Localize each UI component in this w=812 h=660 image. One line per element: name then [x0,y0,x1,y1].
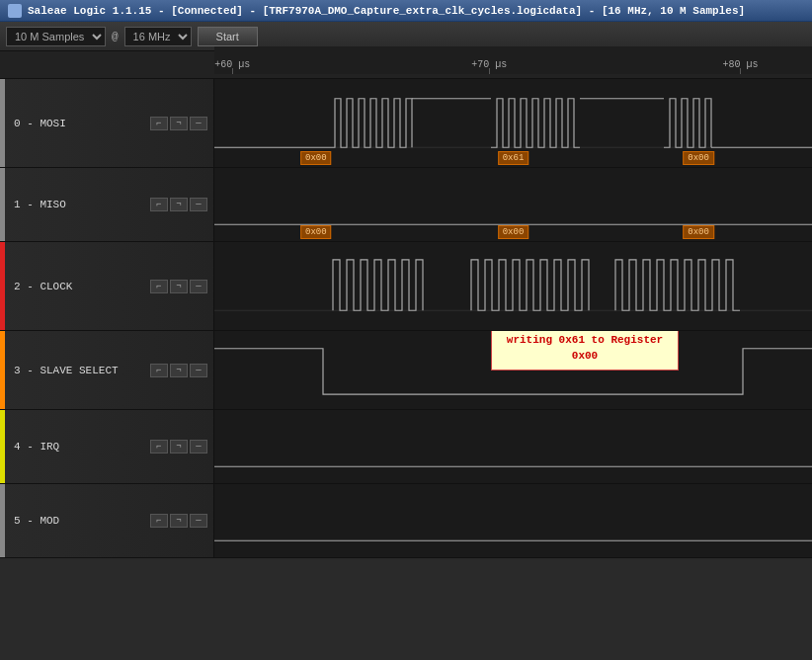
irq-minus-btn[interactable]: — [190,440,207,454]
title-bar: Saleae Logic 1.1.15 - [Connected] - [TRF… [0,0,812,22]
clock-color-bar [0,242,5,330]
slave-fall-btn[interactable]: ¬ [170,364,188,377]
mosi-fall-btn[interactable]: ¬ [170,117,188,130]
miso-name: 1 - MISO [14,199,146,210]
callout-text: "Dummy Clock" Cycles afterwriting 0x61 t… [500,331,670,362]
callout-box: "Dummy Clock" Cycles afterwriting 0x61 t… [491,331,679,371]
mod-name: 5 - MOD [14,515,146,527]
miso-controls: ⌐ ¬ — [150,198,207,211]
clock-rise-btn[interactable]: ⌐ [150,280,168,293]
mosi-rise-btn[interactable]: ⌐ [150,117,168,130]
timeline-header: +60 µs +70 µs +80 µs [0,51,812,79]
mosi-badge-3: 0x00 [683,151,714,165]
mosi-minus-btn[interactable]: — [190,117,207,130]
slave-color-bar [0,331,5,409]
miso-waveform: 0x00 0x00 0x00 [214,168,812,241]
mod-waveform [214,484,812,557]
clock-minus-btn[interactable]: — [190,280,207,293]
irq-color-bar [0,410,5,483]
miso-badge-3: 0x00 [683,225,714,239]
miso-minus-btn[interactable]: — [190,198,207,211]
irq-name: 4 - IRQ [14,441,146,453]
slave-waveform: "Dummy Clock" Cycles afterwriting 0x61 t… [214,331,812,409]
channel-label-slave: 3 - SLAVE SELECT ⌐ ¬ — [0,331,214,409]
miso-rise-btn[interactable]: ⌐ [150,198,168,211]
miso-badge-1: 0x00 [300,225,332,239]
clock-waveform [214,242,812,330]
channel-row-clock: 2 - CLOCK ⌐ ¬ — [0,242,812,331]
mosi-controls: ⌐ ¬ — [150,117,207,130]
miso-fall-btn[interactable]: ¬ [170,198,188,211]
channel-label-clock: 2 - CLOCK ⌐ ¬ — [0,242,214,330]
mod-controls: ⌐ ¬ — [150,514,207,528]
samples-select[interactable]: 10 M Samples [6,27,106,46]
channel-row-mod: 5 - MOD ⌐ ¬ — [0,484,812,558]
mosi-color-bar [0,79,5,167]
irq-fall-btn[interactable]: ¬ [170,440,188,454]
channel-label-irq: 4 - IRQ ⌐ ¬ — [0,410,214,483]
mosi-waveform: 0x00 0x61 0x00 [214,79,812,167]
clock-name: 2 - CLOCK [14,281,146,292]
clock-controls: ⌐ ¬ — [150,280,207,293]
slave-minus-btn[interactable]: — [190,364,207,377]
channel-label-miso: 1 - MISO ⌐ ¬ — [0,168,214,241]
app-icon [8,4,22,18]
mod-rise-btn[interactable]: ⌐ [150,514,168,528]
freq-select[interactable]: 16 MHz [124,27,192,46]
channel-label-mod: 5 - MOD ⌐ ¬ — [0,484,214,557]
mod-fall-btn[interactable]: ¬ [170,514,188,528]
slave-rise-btn[interactable]: ⌐ [150,364,168,377]
slave-controls: ⌐ ¬ — [150,364,207,377]
mosi-name: 0 - MOSI [14,118,146,129]
irq-controls: ⌐ ¬ — [150,440,207,454]
mosi-badge-2: 0x61 [498,151,529,165]
mod-color-bar [0,484,5,557]
slave-name: 3 - SLAVE SELECT [14,365,146,376]
channel-row-mosi: 0 - MOSI ⌐ ¬ — [0,79,812,168]
channel-label-mosi: 0 - MOSI ⌐ ¬ — [0,79,214,167]
clock-fall-btn[interactable]: ¬ [170,280,188,293]
channel-row-slave-select: 3 - SLAVE SELECT ⌐ ¬ — "Dummy Clock" Cyc… [0,331,812,410]
mod-minus-btn[interactable]: — [190,514,207,528]
irq-rise-btn[interactable]: ⌐ [150,440,168,454]
miso-color-bar [0,168,5,241]
miso-badge-2: 0x00 [498,225,529,239]
mosi-badge-1: 0x00 [300,151,332,165]
at-label: @ [112,31,119,42]
timeline-track: +60 µs +70 µs +80 µs [214,46,812,74]
title-text: Saleae Logic 1.1.15 - [Connected] - [TRF… [28,5,745,17]
start-button[interactable]: Start [198,27,258,46]
irq-waveform [214,410,812,483]
channel-row-miso: 1 - MISO ⌐ ¬ — 0x00 0x00 0x00 [0,168,812,242]
channel-row-irq: 4 - IRQ ⌐ ¬ — [0,410,812,484]
